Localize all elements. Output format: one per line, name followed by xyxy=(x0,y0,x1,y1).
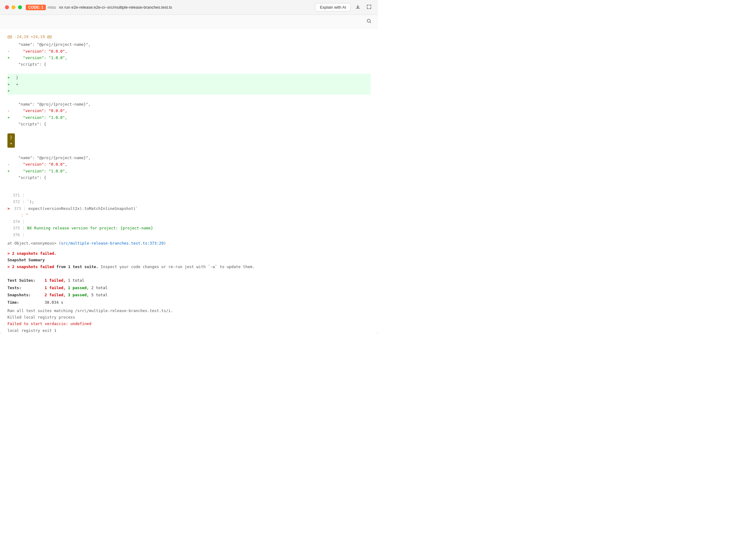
snapshots-value: 2 failed, 3 passed, 5 total xyxy=(44,291,108,299)
test-lines: 371 | 372 | `); > 373 | expect(versionRe… xyxy=(7,192,370,238)
suites-label: Test Suites: xyxy=(7,277,44,284)
spacer xyxy=(7,274,370,277)
miss-label: miss xyxy=(48,5,56,10)
download-button[interactable] xyxy=(354,3,362,12)
summary-row-suites: Test Suites: 1 failed, 1 total xyxy=(7,277,370,284)
title-badge: CODE: 1 miss nx run e2e-release:e2e-ci--… xyxy=(26,5,172,10)
spacer xyxy=(7,247,370,250)
diff-block-green: + } + + + xyxy=(7,74,370,95)
search-bar-area xyxy=(0,15,378,28)
expand-icon xyxy=(366,4,372,11)
error-location-line: at Object.<anonymous> (src/multiple-rele… xyxy=(7,240,370,247)
diff-line: "name": "@proj/{project-name}", xyxy=(7,101,370,108)
test-line-376: 376 | xyxy=(7,232,370,238)
code-badge: CODE: 1 xyxy=(26,5,46,10)
diff-line: + "version": "1.0.0", xyxy=(7,54,370,61)
line-content: NX Running release version for project: … xyxy=(27,225,153,231)
error-link[interactable]: src/multiple-release-branches.test.ts:37… xyxy=(61,241,164,246)
download-icon xyxy=(355,4,361,11)
diff-line: "scripts": { xyxy=(7,61,370,67)
summary-row-snapshots: Snapshots: 2 failed, 3 passed, 5 total xyxy=(7,291,370,299)
test-line-caret: | ^ xyxy=(7,212,370,218)
line-num: 376 xyxy=(7,232,20,238)
search-icon xyxy=(366,18,372,25)
extra-line-2: Killed local registry process xyxy=(7,314,370,320)
extra-line-1: Ran all test suites matching /src\/multi… xyxy=(7,307,370,314)
traffic-lights xyxy=(5,5,22,9)
main-window: CODE: 1 miss nx run e2e-release:e2e-ci--… xyxy=(0,0,378,334)
summary-section: Test Suites: 1 failed, 1 total Tests: 1 … xyxy=(0,274,378,306)
diff-content: @@ -24,19 +24,19 @@ "name": "@proj/{proj… xyxy=(0,28,378,192)
amber-line-2: + xyxy=(10,141,12,147)
test-output: 371 | 372 | `); > 373 | expect(versionRe… xyxy=(0,192,378,270)
test-line-375: 375 | NX Running release version for pro… xyxy=(7,225,370,231)
explain-ai-button[interactable]: Explain with AI xyxy=(315,3,351,11)
tests-value: 1 failed, 1 passed, 2 total xyxy=(44,284,108,292)
caret: ^ xyxy=(26,212,28,218)
suites-value: 1 failed, 1 total xyxy=(44,277,84,284)
pipe: | xyxy=(22,218,25,225)
test-line-373: > 373 | expect(versionResult2x).toMatchI… xyxy=(7,205,370,212)
amber-line-1: } xyxy=(10,134,12,141)
line-num: 371 xyxy=(7,192,20,198)
svg-point-0 xyxy=(367,19,370,22)
diff-line: + } xyxy=(7,74,370,81)
diff-header: @@ -24,19 +24,19 @@ xyxy=(7,33,370,40)
diff-line: "scripts": { xyxy=(7,174,370,181)
arrow-marker: > xyxy=(7,205,12,212)
line-num: 373 xyxy=(12,205,21,212)
diff-line: + + xyxy=(7,81,370,88)
pipe: | xyxy=(22,198,25,205)
test-line-374: 374 | xyxy=(7,218,370,225)
diff-line: - "version": "0.0.0", xyxy=(7,108,370,114)
snapshot-summary: Snapshot Summary xyxy=(7,257,370,263)
pipe: | xyxy=(22,192,25,198)
time-label: Time: xyxy=(7,299,44,306)
maximize-button[interactable] xyxy=(18,5,22,9)
pipe: | xyxy=(22,225,25,231)
extra-output: Ran all test suites matching /src\/multi… xyxy=(0,307,378,334)
pipe: | xyxy=(21,212,23,218)
at-object: at Object.<anonymous> ( xyxy=(7,241,61,246)
snapshot-summary-label: Snapshot Summary xyxy=(7,258,44,262)
snapshots-label: Snapshots: xyxy=(7,291,44,299)
extra-line-4: local registry exit 1 xyxy=(7,327,370,334)
diff-line: + "version": "1.0.0", xyxy=(7,168,370,174)
diff-block-1: "name": "@proj/{project-name}", - "versi… xyxy=(7,41,370,67)
tests-label: Tests: xyxy=(7,284,44,292)
close-button[interactable] xyxy=(5,5,9,9)
diff-line: + xyxy=(7,88,370,94)
pipe: | xyxy=(22,232,25,238)
search-button[interactable] xyxy=(365,17,373,26)
explain-ai-label: Explain with AI xyxy=(320,5,346,10)
diff-line: "scripts": { xyxy=(7,121,370,127)
line-content: `); xyxy=(27,198,34,205)
diff-line: - "version": "0.0.0", xyxy=(7,161,370,167)
titlebar-actions: Explain with AI xyxy=(315,3,373,12)
diff-block-3: "name": "@proj/{project-name}", - "versi… xyxy=(7,154,370,181)
snapshots-failed-text: > 2 snapshots failed. xyxy=(7,251,57,256)
diff-line: "name": "@proj/{project-name}", xyxy=(7,154,370,161)
snapshots-failed-line: > 2 snapshots failed. xyxy=(7,250,370,257)
diff-block-2: "name": "@proj/{project-name}", - "versi… xyxy=(7,101,370,127)
diff-block-amber: } + xyxy=(7,133,370,148)
line-num: 374 xyxy=(7,218,20,225)
snapshot-detail-line: > 2 snapshots failed from 1 test suite. … xyxy=(7,263,370,270)
command-path: nx run e2e-release:e2e-ci--src/multiple-… xyxy=(59,5,172,10)
expand-button[interactable] xyxy=(365,3,373,12)
test-line-372: 372 | `); xyxy=(7,198,370,205)
line-num: 375 xyxy=(7,225,20,231)
line-content: expect(versionResult2x).toMatchInlineSna… xyxy=(28,205,138,212)
titlebar: CODE: 1 miss nx run e2e-release:e2e-ci--… xyxy=(0,0,378,15)
extra-line-3: Failed to start verdaccio: undefined xyxy=(7,320,370,327)
diff-line: + "version": "1.0.0", xyxy=(7,114,370,121)
pipe: | xyxy=(23,205,26,212)
test-line-371: 371 | xyxy=(7,192,370,198)
diff-line: - "version": "0.0.0", xyxy=(7,48,370,54)
diff-line: "name": "@proj/{project-name}", xyxy=(7,41,370,48)
line-num: 372 xyxy=(7,198,20,205)
minimize-button[interactable] xyxy=(11,5,15,9)
summary-row-tests: Tests: 1 failed, 1 passed, 2 total xyxy=(7,284,370,292)
summary-row-time: Time: 38.034 s xyxy=(7,299,370,306)
time-value: 38.034 s xyxy=(44,299,63,306)
